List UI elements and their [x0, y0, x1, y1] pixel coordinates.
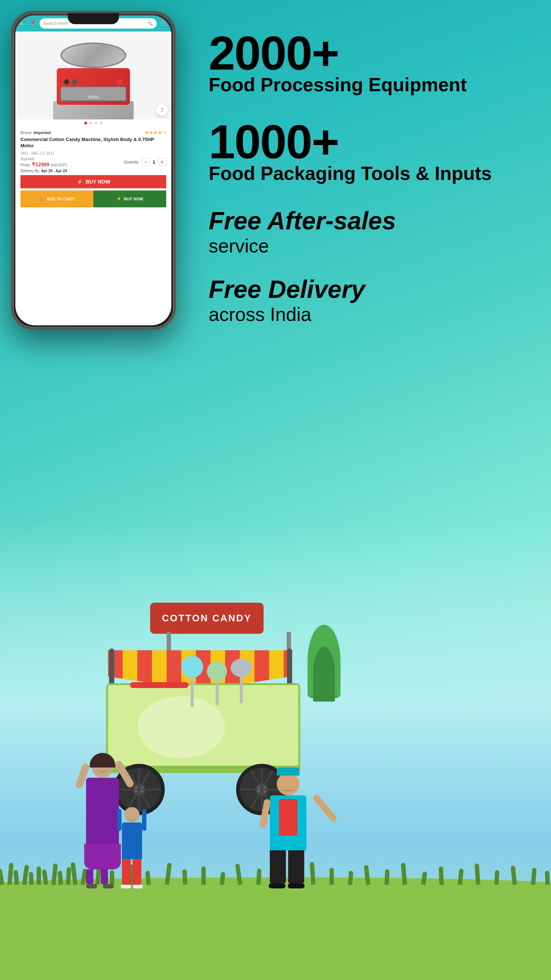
- delivery-info: Delivery By: Apr 20 - Apr 24: [21, 169, 166, 173]
- dot-1[interactable]: [84, 122, 87, 124]
- delivery-date: Apr 20 - Apr 24: [41, 169, 67, 173]
- stat-number-1: 2000+: [209, 29, 520, 77]
- machine-body: [57, 68, 130, 105]
- stat-food-processing: 2000+ Food Processing Equipment: [209, 29, 520, 96]
- cart-scene: COTTON CANDY: [66, 603, 359, 896]
- add-to-cart-label: ADD TO CART: [47, 197, 75, 201]
- cart-sign: COTTON CANDY: [150, 603, 264, 634]
- buy-now-top-label: BUY NOW: [86, 179, 110, 185]
- phone-mockup: ← 📍 Search Here 🔍 🛒: [11, 11, 176, 330]
- stat-number-2: 1000+: [209, 118, 520, 165]
- buy-now-top-button[interactable]: ⚡ BUY NOW: [21, 175, 166, 188]
- person-vendor: [269, 773, 308, 888]
- plant-decoration: [308, 625, 340, 698]
- buy-now-bottom-button[interactable]: ⚡ BUY NOW: [94, 191, 166, 207]
- cart-icon[interactable]: 🛒: [160, 19, 168, 27]
- cotton-candy-items: [181, 656, 252, 707]
- cart-body: [106, 683, 300, 767]
- quantity-decrease[interactable]: −: [142, 158, 150, 166]
- new-price: ₹12999: [32, 162, 49, 167]
- buy-now-bottom-label: BUY NOW: [124, 197, 143, 201]
- feature-title-1: Free After-sales: [209, 207, 520, 234]
- cart-icon-btn: 🛒: [40, 196, 44, 201]
- product-image: [53, 39, 133, 112]
- gst-text: (Incl GST): [51, 163, 67, 167]
- search-text: Search Here: [43, 21, 68, 26]
- share-button[interactable]: ⤴: [156, 104, 168, 116]
- lightning-icon: ⚡: [76, 179, 83, 185]
- machine-bowl: [60, 43, 126, 68]
- cart-sign-text: COTTON CANDY: [162, 612, 252, 624]
- quantity-value: 1: [152, 159, 155, 165]
- phone-notch: [68, 13, 119, 24]
- bottom-illustration: COTTON CANDY: [0, 522, 551, 980]
- dot-4[interactable]: [100, 122, 103, 124]
- brand-label: Brand: Imported: [21, 130, 51, 135]
- person-woman: [84, 756, 121, 888]
- feature-after-sales: Free After-sales service: [209, 207, 520, 257]
- stats-section: 2000+ Food Processing Equipment 1000+ Fo…: [209, 29, 520, 333]
- dot-3[interactable]: [94, 122, 97, 124]
- new-price-row: Price: ₹12999 (Incl GST): [21, 162, 67, 167]
- feature-sub-1: service: [209, 234, 520, 257]
- location-icon: 📍: [29, 20, 37, 27]
- lightning-icon-2: ⚡: [116, 196, 122, 201]
- product-title: Commercial Cotton Candy Machine, Stylish…: [21, 137, 166, 149]
- quantity-increase[interactable]: +: [158, 158, 166, 166]
- cart-tray: [130, 682, 189, 688]
- stat-label-2: Food Packaging Tools & Inputs: [209, 162, 520, 185]
- person-child: [121, 807, 143, 888]
- stat-label-1: Food Processing Equipment: [209, 73, 520, 96]
- old-price: ₹18760: [21, 157, 67, 162]
- product-details: Brand: Imported ★★★★½ Commercial Cotton …: [15, 127, 171, 210]
- price-block: ₹18760 Price: ₹12999 (Incl GST): [21, 157, 67, 167]
- quantity-control: Quantity − 1 +: [124, 158, 166, 166]
- feature-title-2: Free Delivery: [209, 275, 520, 303]
- dot-2[interactable]: [89, 122, 92, 124]
- product-image-area: ⤴: [15, 32, 171, 119]
- feature-delivery: Free Delivery across India: [209, 275, 520, 326]
- brand-rating-row: Brand: Imported ★★★★½: [21, 130, 166, 135]
- carousel-dots: [15, 119, 171, 127]
- stat-food-packaging: 1000+ Food Packaging Tools & Inputs: [209, 118, 520, 185]
- quantity-label: Quantity: [124, 160, 139, 164]
- price-row: ₹18760 Price: ₹12999 (Incl GST) Quantity…: [21, 157, 166, 167]
- product-rating: ★★★★½: [144, 130, 166, 135]
- back-icon[interactable]: ←: [19, 19, 26, 28]
- product-sku: SKU : SAC-CC-1011: [21, 151, 166, 155]
- phone-screen: ← 📍 Search Here 🔍 🛒: [15, 15, 171, 325]
- bottom-action-buttons: 🛒 ADD TO CART ⚡ BUY NOW: [21, 191, 166, 207]
- search-icon: 🔍: [148, 21, 153, 26]
- add-to-cart-button[interactable]: 🛒 ADD TO CART: [21, 191, 94, 207]
- feature-sub-2: across India: [209, 303, 520, 326]
